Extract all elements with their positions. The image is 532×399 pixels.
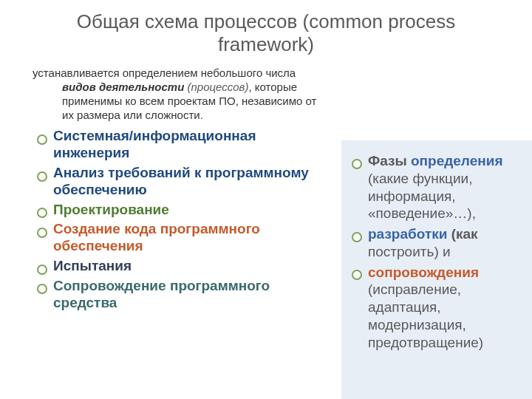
phase-desc: (исправление, адаптация, модернизация, п…: [368, 282, 483, 349]
list-item: Проектирование: [37, 202, 335, 219]
activities-list: Системная/информационная инженерия Анали…: [30, 128, 335, 311]
list-item: Создание кода программного обеспечения: [37, 221, 335, 255]
phase-desc: построить): [368, 244, 439, 259]
slide-title: Общая схема процессов (common process fr…: [0, 0, 532, 62]
list-item: разработки (как построить) и: [352, 225, 519, 261]
phase-name: разработки: [368, 226, 447, 242]
list-item: Анализ требований к программному обеспеч…: [37, 165, 335, 199]
phase-tail: и: [439, 244, 451, 259]
list-item: Сопровождение программного средства: [37, 278, 335, 312]
phase-name: определения: [411, 153, 503, 168]
left-column: устанавливается определением небольшого …: [0, 66, 340, 314]
list-item: Испытания: [37, 258, 335, 275]
list-item: Фазы определения (какие функции, информа…: [352, 152, 519, 222]
intro-part-1: устанавливается определением небольшого …: [33, 66, 296, 79]
phase-desc: (какие функции, информация, «поведение»……: [368, 171, 476, 222]
phase-desc: (как: [451, 226, 478, 242]
phases-list: Фазы определения (какие функции, информа…: [352, 152, 519, 351]
phase-label: Фазы: [368, 153, 407, 168]
phases-panel: Фазы определения (какие функции, информа…: [341, 140, 532, 399]
phase-name: сопровождения: [368, 265, 479, 280]
list-item: Системная/информационная инженерия: [37, 128, 335, 162]
intro-emphasis: видов деятельности: [62, 81, 187, 93]
intro-text: устанавливается определением небольшого …: [30, 66, 335, 128]
list-item: сопровождения (исправление, адаптация, м…: [352, 264, 519, 352]
intro-emphasis-2: (процессов): [187, 81, 248, 93]
